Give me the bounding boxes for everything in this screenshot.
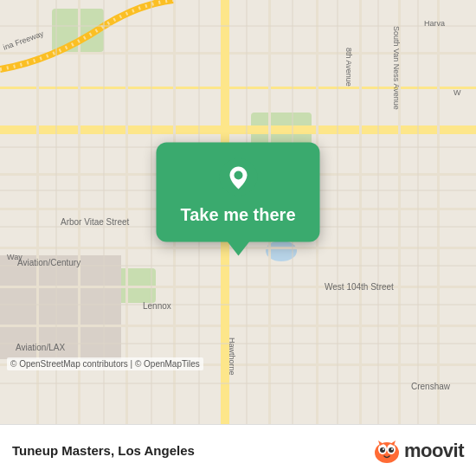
svg-text:South Van Ness Avenue: South Van Ness Avenue [392,26,401,110]
svg-point-60 [375,442,399,463]
svg-rect-7 [0,87,476,89]
moovit-logo: moovit [373,437,464,465]
svg-text:Arbor Vitae Street: Arbor Vitae Street [61,217,130,227]
svg-point-66 [391,448,393,450]
svg-rect-12 [0,286,476,288]
svg-rect-13 [0,325,476,327]
svg-text:W: W [453,88,461,97]
svg-text:Harva: Harva [424,19,445,28]
svg-rect-15 [0,52,476,55]
svg-rect-22 [359,0,362,424]
svg-text:Lennox: Lennox [143,301,171,311]
svg-rect-24 [437,0,440,424]
svg-point-63 [380,447,385,453]
svg-point-59 [234,171,242,180]
svg-rect-8 [0,125,476,134]
svg-text:Way: Way [7,253,23,261]
map-container: Arbor Vitae Street West 104th Street Len… [0,0,476,424]
svg-point-64 [389,447,394,453]
svg-text:8th Avenue: 8th Avenue [344,48,353,87]
svg-text:Aviation/Century: Aviation/Century [17,258,80,267]
location-pin-icon [219,158,257,196]
moovit-icon [373,437,401,465]
svg-text:Crenshaw: Crenshaw [411,382,451,391]
svg-text:Aviation/LAX: Aviation/LAX [16,343,65,352]
svg-text:West 104th Street: West 104th Street [325,282,394,292]
location-name: Tuneup Masters, Los Angeles [12,443,195,458]
moovit-text: moovit [404,440,464,462]
bottom-bar: Tuneup Masters, Los Angeles moovit [0,424,476,476]
take-me-there-popup[interactable]: Take me there [156,143,319,242]
map-attribution: © OpenStreetMap contributors | © OpenMap… [7,357,203,370]
svg-text:Hawthorne: Hawthorne [228,338,236,376]
take-me-there-label: Take me there [180,205,295,225]
svg-point-65 [383,448,384,450]
